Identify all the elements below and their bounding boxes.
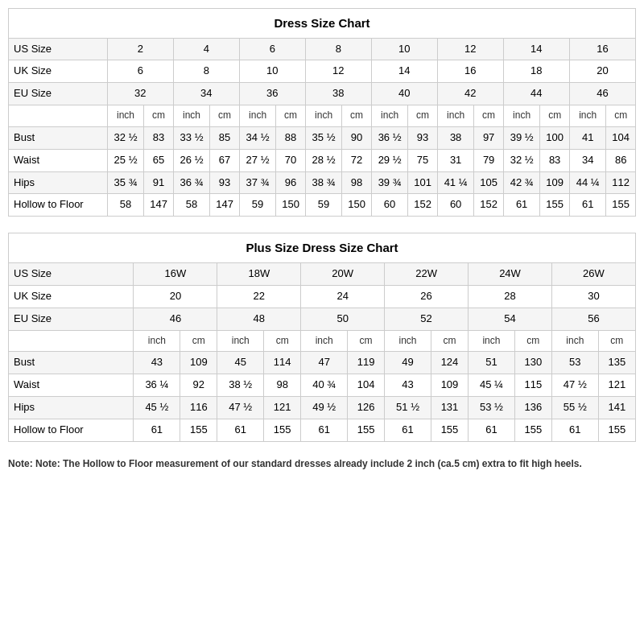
waist-label: Waist bbox=[9, 149, 108, 171]
hips-42-inch: 42 ¾ bbox=[503, 171, 540, 194]
hollow-61-1-inch: 61 bbox=[503, 194, 540, 217]
sub-inch-8: inch bbox=[569, 105, 606, 127]
standard-hips-row: Hips 35 ¾ 91 36 ¾ 93 37 ¾ 96 38 ¾ 98 39 … bbox=[9, 171, 636, 194]
standard-sub-label bbox=[9, 105, 108, 127]
hollow-60-1-cm: 152 bbox=[408, 194, 437, 217]
plus-waist-36q-cm: 92 bbox=[180, 374, 217, 396]
plus-us-size-row: US Size 16W 18W 20W 22W 24W 26W bbox=[9, 262, 636, 285]
eu-size-42: 42 bbox=[437, 83, 503, 105]
standard-us-size-row: US Size 2 4 6 8 10 12 14 16 bbox=[9, 38, 636, 60]
plus-uk-24: 24 bbox=[301, 285, 385, 308]
hollow-61-2-inch: 61 bbox=[569, 194, 606, 217]
hollow-58-2-cm: 147 bbox=[210, 194, 239, 217]
hollow-59-1-inch: 59 bbox=[239, 194, 276, 217]
plus-bust-51-cm: 130 bbox=[514, 352, 551, 374]
bust-34h-inch: 34 ½ bbox=[239, 126, 276, 149]
uk-size-label: UK Size bbox=[9, 60, 108, 83]
note-text: Note: Note: The Hollow to Floor measurem… bbox=[8, 458, 636, 469]
eu-size-32: 32 bbox=[107, 83, 173, 105]
standard-bust-row: Bust 32 ½ 83 33 ½ 85 34 ½ 88 35 ½ 90 36 … bbox=[9, 126, 636, 149]
bust-35h-inch: 35 ½ bbox=[305, 126, 342, 149]
bust-36h-inch: 36 ½ bbox=[371, 126, 408, 149]
plus-waist-45q-inch: 45 ¼ bbox=[469, 374, 515, 396]
uk-size-18: 18 bbox=[503, 60, 569, 83]
plus-chart-title: Plus Size Dress Size Chart bbox=[9, 233, 636, 263]
plus-bust-45-inch: 45 bbox=[217, 352, 264, 374]
standard-chart-container: Dress Size Chart US Size 2 4 6 8 10 12 1… bbox=[8, 8, 636, 217]
uk-size-14: 14 bbox=[371, 60, 437, 83]
plus-us-22w: 22W bbox=[385, 262, 469, 285]
eu-size-34: 34 bbox=[173, 83, 239, 105]
plus-us-24w: 24W bbox=[469, 262, 552, 285]
plus-us-size-label: US Size bbox=[9, 262, 134, 285]
plus-uk-22: 22 bbox=[217, 285, 301, 308]
waist-32h-inch: 32 ½ bbox=[503, 149, 540, 171]
bust-36h-cm: 93 bbox=[408, 126, 437, 149]
plus-us-20w: 20W bbox=[301, 262, 385, 285]
plus-hollow-label: Hollow to Floor bbox=[9, 419, 134, 441]
bust-38-cm: 97 bbox=[474, 126, 503, 149]
bust-39h-cm: 100 bbox=[540, 126, 569, 149]
plus-sub-cm-5: cm bbox=[514, 330, 551, 352]
sub-cm-1: cm bbox=[144, 105, 173, 127]
uk-size-16: 16 bbox=[437, 60, 503, 83]
waist-27h-inch: 27 ½ bbox=[239, 149, 276, 171]
us-size-10: 10 bbox=[371, 38, 437, 60]
plus-waist-40-inch: 40 ¾ bbox=[301, 374, 348, 396]
waist-28h-cm: 72 bbox=[342, 149, 371, 171]
plus-hips-51h-cm: 131 bbox=[431, 396, 468, 419]
plus-waist-38h-cm: 98 bbox=[264, 374, 301, 396]
plus-waist-36q-inch: 36 ¼ bbox=[134, 374, 180, 396]
eu-size-36: 36 bbox=[239, 83, 305, 105]
hips-36-cm: 93 bbox=[210, 171, 239, 194]
plus-waist-label: Waist bbox=[9, 374, 134, 396]
hips-39-cm: 101 bbox=[408, 171, 437, 194]
plus-hips-45h-cm: 116 bbox=[180, 396, 217, 419]
plus-sub-inch-4: inch bbox=[385, 330, 431, 352]
eu-size-38: 38 bbox=[305, 83, 371, 105]
plus-waist-38h-inch: 38 ½ bbox=[217, 374, 264, 396]
hips-44-inch: 44 ¼ bbox=[569, 171, 606, 194]
waist-25h-inch: 25 ½ bbox=[107, 149, 144, 171]
eu-size-40: 40 bbox=[371, 83, 437, 105]
plus-sub-cm-2: cm bbox=[264, 330, 301, 352]
sub-inch-2: inch bbox=[173, 105, 210, 127]
standard-hollow-row: Hollow to Floor 58 147 58 147 59 150 59 … bbox=[9, 194, 636, 217]
uk-size-20: 20 bbox=[569, 60, 635, 83]
waist-26h-cm: 67 bbox=[210, 149, 239, 171]
hollow-60-2-cm: 152 bbox=[474, 194, 503, 217]
waist-25h-cm: 65 bbox=[144, 149, 173, 171]
hollow-label: Hollow to Floor bbox=[9, 194, 108, 217]
plus-waist-45q-cm: 115 bbox=[514, 374, 551, 396]
hollow-59-2-inch: 59 bbox=[305, 194, 342, 217]
standard-size-table: Dress Size Chart US Size 2 4 6 8 10 12 1… bbox=[8, 8, 636, 217]
standard-chart-title: Dress Size Chart bbox=[9, 9, 636, 39]
bust-34h-cm: 88 bbox=[276, 126, 305, 149]
sub-cm-5: cm bbox=[408, 105, 437, 127]
plus-hollow-61-5-cm: 155 bbox=[514, 419, 551, 441]
bust-32h-cm: 83 bbox=[144, 126, 173, 149]
plus-eu-46: 46 bbox=[134, 308, 217, 330]
hips-44-cm: 112 bbox=[606, 171, 636, 194]
plus-waist-40-cm: 104 bbox=[348, 374, 385, 396]
plus-bust-49-cm: 124 bbox=[431, 352, 468, 374]
plus-uk-30: 30 bbox=[551, 285, 635, 308]
bust-39h-inch: 39 ½ bbox=[503, 126, 540, 149]
standard-waist-row: Waist 25 ½ 65 26 ½ 67 27 ½ 70 28 ½ 72 29… bbox=[9, 149, 636, 171]
plus-hips-row: Hips 45 ½ 116 47 ½ 121 49 ½ 126 51 ½ 131… bbox=[9, 396, 636, 419]
plus-hips-53h-inch: 53 ½ bbox=[469, 396, 515, 419]
plus-sub-cm-3: cm bbox=[348, 330, 385, 352]
plus-hips-55h-inch: 55 ½ bbox=[551, 396, 598, 419]
plus-bust-53-inch: 53 bbox=[551, 352, 598, 374]
sub-inch-6: inch bbox=[437, 105, 474, 127]
sub-cm-7: cm bbox=[540, 105, 569, 127]
sub-inch-5: inch bbox=[371, 105, 408, 127]
plus-us-16w: 16W bbox=[134, 262, 217, 285]
plus-hollow-61-4-cm: 155 bbox=[431, 419, 468, 441]
hips-label: Hips bbox=[9, 171, 108, 194]
bust-label: Bust bbox=[9, 126, 108, 149]
plus-hips-47h-cm: 121 bbox=[264, 396, 301, 419]
plus-waist-47h-cm: 121 bbox=[598, 374, 635, 396]
plus-sub-cm-1: cm bbox=[180, 330, 217, 352]
plus-eu-size-row: EU Size 46 48 50 52 54 56 bbox=[9, 308, 636, 330]
